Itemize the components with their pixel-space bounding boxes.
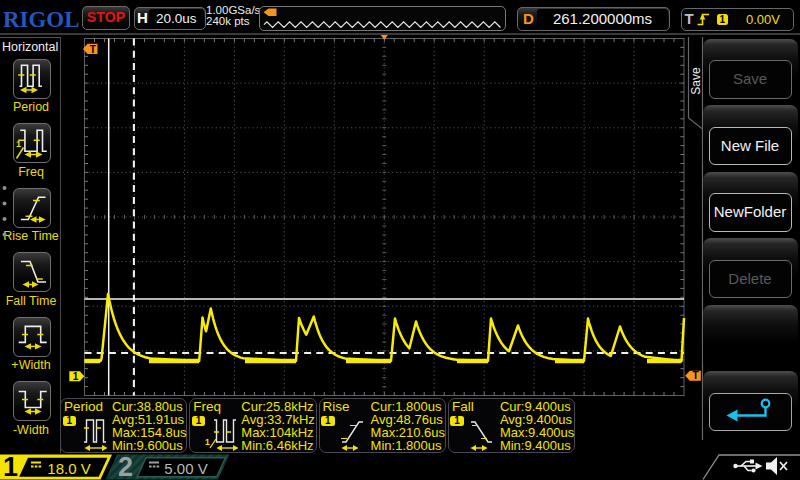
svg-text:T: T (90, 44, 96, 55)
svg-text:1: 1 (73, 371, 79, 382)
svg-text:1: 1 (205, 437, 210, 447)
svg-text:1: 1 (16, 139, 21, 149)
